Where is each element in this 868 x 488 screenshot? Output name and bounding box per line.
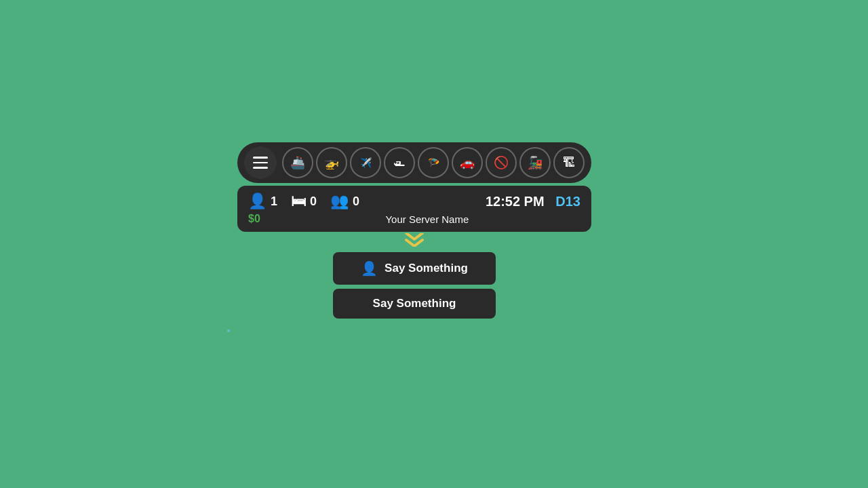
say-something-label: Say Something — [373, 297, 456, 310]
player-value: 1 — [271, 195, 277, 209]
action-buttons: 👤 Say Something Say Something — [237, 252, 591, 319]
parachute-icon[interactable]: 🪂 — [418, 147, 449, 178]
cursor-dot — [227, 329, 230, 332]
chevron-icon[interactable] — [403, 233, 425, 249]
say-something-button[interactable]: Say Something — [333, 289, 496, 319]
crane-icon[interactable]: 🏗 — [553, 147, 585, 178]
group-count: 👥 0 — [330, 192, 359, 210]
bed-count: 🛏 0 — [291, 192, 317, 210]
ui-container: 🚢 🚁 ✈️ 🛥 🪂 🚗 🚫 🚂 🏗 👤 1 🛏 0 👥 0 12:52 — [237, 142, 591, 319]
stats-row: 👤 1 🛏 0 👥 0 12:52 PM D13 — [248, 192, 580, 210]
group-icon: 👥 — [330, 192, 349, 210]
server-name: Your Server Name — [274, 214, 580, 225]
day-badge: D13 — [555, 194, 580, 209]
menu-button[interactable] — [244, 146, 277, 179]
player-count: 👤 1 — [248, 192, 277, 210]
time-value: 12:52 PM — [486, 194, 545, 209]
say-something-icon-button[interactable]: 👤 Say Something — [333, 252, 496, 285]
person-icon: 👤 — [361, 260, 378, 277]
server-row: $0 Your Server Name — [248, 213, 580, 225]
no-entry-icon[interactable]: 🚫 — [486, 147, 517, 178]
bed-value: 0 — [310, 195, 317, 209]
helicopter-icon[interactable]: 🚁 — [316, 147, 347, 178]
time-display: 12:52 PM D13 — [486, 194, 580, 209]
plane-icon[interactable]: ✈️ — [350, 147, 381, 178]
info-bar: 👤 1 🛏 0 👥 0 12:52 PM D13 $0 Your Server … — [237, 186, 591, 232]
car-icon[interactable]: 🚗 — [452, 147, 483, 178]
train-icon[interactable]: 🚂 — [519, 147, 551, 178]
bed-icon: 🛏 — [291, 192, 306, 210]
boat-icon[interactable]: 🚢 — [282, 147, 313, 178]
player-icon: 👤 — [248, 192, 267, 210]
ship-icon[interactable]: 🛥 — [384, 147, 415, 178]
menu-icon — [253, 157, 268, 169]
chevron-container — [237, 233, 591, 249]
group-value: 0 — [353, 195, 359, 209]
top-bar: 🚢 🚁 ✈️ 🛥 🪂 🚗 🚫 🚂 🏗 — [237, 142, 591, 183]
say-something-icon-label: Say Something — [384, 262, 468, 275]
money-display: $0 — [248, 213, 260, 225]
